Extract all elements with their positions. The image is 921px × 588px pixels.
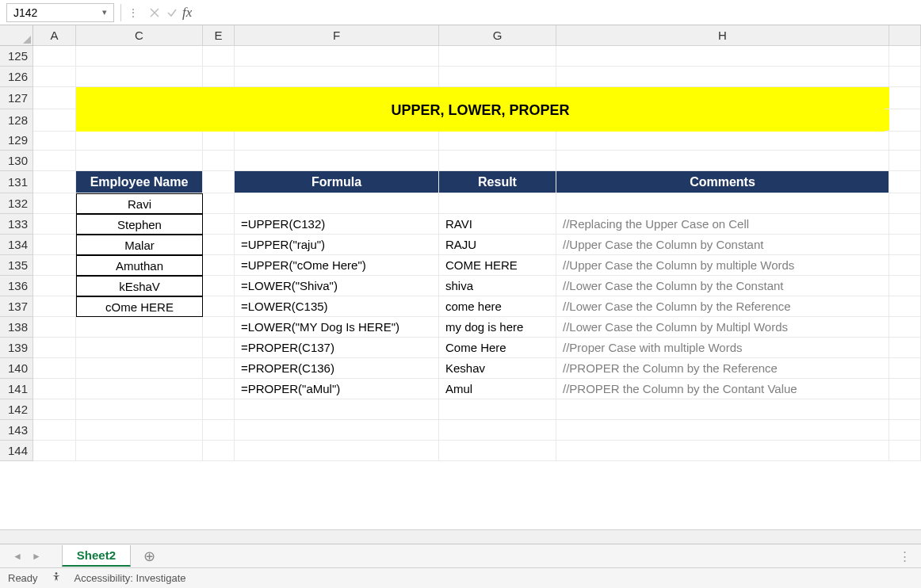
cell[interactable] [439,441,556,461]
comment-cell[interactable]: //Upper Case the Column by Constant [556,235,889,255]
cell[interactable] [76,67,203,87]
row-header[interactable]: 134 [0,235,33,255]
cell[interactable] [76,420,203,441]
cell[interactable] [439,420,556,441]
cell[interactable] [889,109,921,132]
cell[interactable] [33,441,76,461]
cell[interactable] [235,193,439,214]
cell[interactable] [889,193,921,214]
cell[interactable] [33,109,76,132]
cell[interactable] [76,379,203,399]
cell[interactable] [889,296,921,317]
cell[interactable] [33,235,76,255]
result-cell[interactable]: shiva [439,276,556,296]
cell[interactable] [33,317,76,338]
cell[interactable] [889,87,921,109]
result-cell[interactable]: RAVI [439,214,556,235]
comment-cell[interactable]: //Replacing the Upper Case on Cell [556,214,889,235]
row-header[interactable]: 130 [0,151,33,171]
row-header[interactable]: 138 [0,317,33,338]
cell[interactable] [889,46,921,67]
sheet-tab-active[interactable]: Sheet2 [62,545,131,567]
cell[interactable] [33,420,76,441]
cell[interactable] [235,420,439,441]
cell[interactable] [203,171,235,193]
row-header[interactable]: 129 [0,130,33,151]
cell[interactable] [889,151,921,171]
tab-options-icon[interactable]: ⋮ [899,549,911,563]
formula-cell[interactable]: =PROPER(C137) [235,338,439,358]
cell[interactable] [33,399,76,420]
employee-cell[interactable]: Stephen [76,214,203,235]
row-header[interactable]: 136 [0,276,33,296]
result-cell[interactable]: Amul [439,379,556,399]
cell[interactable] [889,399,921,420]
status-accessibility[interactable]: Accessibility: Investigate [75,572,186,584]
column-header[interactable]: C [76,25,203,46]
cell[interactable] [76,441,203,461]
row-header[interactable]: 126 [0,67,33,87]
comment-cell[interactable]: //Lower Case the Column by the Reference [556,296,889,317]
result-cell[interactable]: Come Here [439,338,556,358]
cell[interactable] [889,214,921,235]
cell[interactable] [203,67,235,87]
formula-cell[interactable]: =UPPER(C132) [235,214,439,235]
cell[interactable] [203,46,235,67]
cell[interactable] [76,358,203,379]
name-box[interactable]: J142 ▾ [6,3,114,22]
cell[interactable] [889,255,921,276]
comment-cell[interactable]: //Lower Case the Column by Multipl Words [556,317,889,338]
cell[interactable] [439,67,556,87]
cell[interactable] [203,151,235,171]
cell[interactable] [76,130,203,151]
cell[interactable] [33,67,76,87]
cell[interactable] [556,193,889,214]
cell[interactable] [889,420,921,441]
row-header[interactable]: 142 [0,399,33,420]
formula-cell[interactable]: =PROPER("aMul") [235,379,439,399]
ellipsis-icon[interactable]: ⋮ [128,6,139,19]
formula-input[interactable] [197,4,918,21]
add-sheet-button[interactable]: ⊕ [142,548,158,564]
cell[interactable] [439,130,556,151]
cell[interactable] [203,255,235,276]
cell[interactable] [235,151,439,171]
cell[interactable] [235,46,439,67]
formula-cell[interactable]: =UPPER("raju") [235,235,439,255]
formula-cell[interactable]: =UPPER("cOme Here") [235,255,439,276]
horizontal-scroll-strip[interactable] [0,529,921,544]
cell[interactable] [889,276,921,296]
cell[interactable] [33,193,76,214]
cell[interactable] [33,276,76,296]
formula-cell[interactable]: =LOWER("Shiva") [235,276,439,296]
cell[interactable] [556,441,889,461]
column-header[interactable]: A [33,25,76,46]
cell[interactable] [33,87,76,109]
cell[interactable] [439,399,556,420]
column-header[interactable]: E [203,25,235,46]
tab-nav-next-icon[interactable]: ► [27,551,46,562]
cell[interactable] [889,171,921,193]
table-header-result[interactable]: Result [439,171,556,193]
cell[interactable] [203,193,235,214]
formula-cell[interactable]: =LOWER("MY Dog Is HERE") [235,317,439,338]
fx-label[interactable]: fx [182,5,192,21]
cell[interactable] [33,358,76,379]
row-header[interactable]: 128 [0,109,33,132]
cell[interactable] [203,379,235,399]
cell[interactable] [33,338,76,358]
cell[interactable] [33,296,76,317]
column-header[interactable]: F [235,25,439,46]
row-header[interactable]: 137 [0,296,33,317]
cell[interactable] [439,193,556,214]
column-header[interactable]: H [556,25,889,46]
cell[interactable] [556,420,889,441]
cell[interactable] [203,276,235,296]
cell[interactable] [33,130,76,151]
cell[interactable] [889,358,921,379]
row-header[interactable]: 132 [0,193,33,214]
comment-cell[interactable]: //Lower Case the Column by the Constant [556,276,889,296]
cell[interactable] [33,46,76,67]
column-header[interactable] [889,25,921,46]
cell[interactable] [439,151,556,171]
